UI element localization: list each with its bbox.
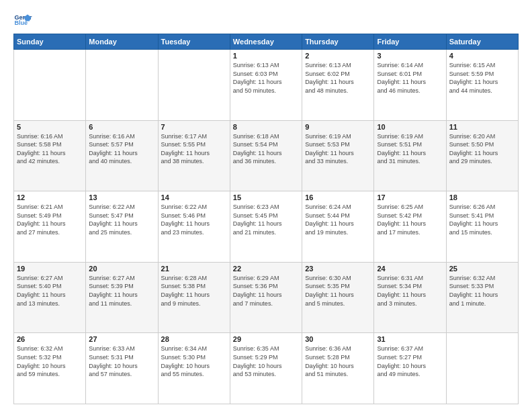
calendar-cell: 1Sunrise: 6:13 AM Sunset: 6:03 PM Daylig… bbox=[230, 50, 302, 121]
day-info: Sunrise: 6:20 AM Sunset: 5:50 PM Dayligh… bbox=[449, 132, 515, 166]
day-info: Sunrise: 6:28 AM Sunset: 5:38 PM Dayligh… bbox=[161, 274, 227, 308]
calendar-cell bbox=[14, 50, 86, 121]
day-number: 7 bbox=[161, 123, 227, 131]
day-info: Sunrise: 6:13 AM Sunset: 6:03 PM Dayligh… bbox=[233, 61, 299, 95]
day-number: 14 bbox=[161, 193, 227, 201]
day-info: Sunrise: 6:27 AM Sunset: 5:40 PM Dayligh… bbox=[17, 274, 83, 308]
calendar-cell bbox=[158, 50, 230, 121]
calendar-cell: 20Sunrise: 6:27 AM Sunset: 5:39 PM Dayli… bbox=[86, 262, 158, 333]
calendar-cell: 8Sunrise: 6:18 AM Sunset: 5:54 PM Daylig… bbox=[230, 120, 302, 191]
day-info: Sunrise: 6:23 AM Sunset: 5:45 PM Dayligh… bbox=[233, 203, 299, 236]
day-info: Sunrise: 6:19 AM Sunset: 5:51 PM Dayligh… bbox=[377, 132, 443, 166]
calendar-cell: 13Sunrise: 6:22 AM Sunset: 5:47 PM Dayli… bbox=[86, 191, 158, 263]
calendar-cell: 28Sunrise: 6:34 AM Sunset: 5:30 PM Dayli… bbox=[158, 333, 230, 404]
calendar-cell: 22Sunrise: 6:29 AM Sunset: 5:36 PM Dayli… bbox=[230, 262, 302, 333]
day-number: 12 bbox=[17, 193, 83, 201]
calendar-cell: 26Sunrise: 6:32 AM Sunset: 5:32 PM Dayli… bbox=[14, 333, 86, 404]
calendar-cell: 16Sunrise: 6:24 AM Sunset: 5:44 PM Dayli… bbox=[302, 191, 374, 263]
day-info: Sunrise: 6:32 AM Sunset: 5:32 PM Dayligh… bbox=[17, 345, 83, 378]
calendar-cell: 29Sunrise: 6:35 AM Sunset: 5:29 PM Dayli… bbox=[230, 333, 302, 404]
day-info: Sunrise: 6:36 AM Sunset: 5:28 PM Dayligh… bbox=[305, 345, 371, 378]
day-header-tuesday: Tuesday bbox=[158, 34, 230, 50]
day-info: Sunrise: 6:33 AM Sunset: 5:31 PM Dayligh… bbox=[89, 345, 154, 378]
calendar-cell: 9Sunrise: 6:19 AM Sunset: 5:53 PM Daylig… bbox=[302, 120, 374, 191]
calendar-cell: 17Sunrise: 6:25 AM Sunset: 5:42 PM Dayli… bbox=[374, 191, 446, 263]
day-number: 29 bbox=[233, 335, 299, 343]
day-info: Sunrise: 6:13 AM Sunset: 6:02 PM Dayligh… bbox=[305, 61, 371, 95]
day-info: Sunrise: 6:27 AM Sunset: 5:39 PM Dayligh… bbox=[89, 274, 154, 308]
day-number: 25 bbox=[449, 265, 515, 273]
day-number: 5 bbox=[17, 123, 83, 131]
calendar-cell: 18Sunrise: 6:26 AM Sunset: 5:41 PM Dayli… bbox=[446, 191, 518, 263]
day-info: Sunrise: 6:29 AM Sunset: 5:36 PM Dayligh… bbox=[233, 274, 299, 308]
calendar-cell: 7Sunrise: 6:17 AM Sunset: 5:55 PM Daylig… bbox=[158, 120, 230, 191]
logo: General Blue bbox=[13, 11, 35, 30]
day-info: Sunrise: 6:35 AM Sunset: 5:29 PM Dayligh… bbox=[233, 345, 299, 378]
day-number: 22 bbox=[233, 265, 299, 273]
calendar-cell: 23Sunrise: 6:30 AM Sunset: 5:35 PM Dayli… bbox=[302, 262, 374, 333]
calendar-table: SundayMondayTuesdayWednesdayThursdayFrid… bbox=[13, 34, 519, 404]
day-number: 16 bbox=[305, 193, 371, 201]
day-number: 20 bbox=[89, 265, 154, 273]
day-info: Sunrise: 6:37 AM Sunset: 5:27 PM Dayligh… bbox=[377, 345, 443, 378]
calendar-cell: 5Sunrise: 6:16 AM Sunset: 5:58 PM Daylig… bbox=[14, 120, 86, 191]
day-number: 17 bbox=[377, 193, 443, 201]
calendar-cell: 27Sunrise: 6:33 AM Sunset: 5:31 PM Dayli… bbox=[86, 333, 158, 404]
day-info: Sunrise: 6:30 AM Sunset: 5:35 PM Dayligh… bbox=[305, 274, 371, 308]
day-info: Sunrise: 6:26 AM Sunset: 5:41 PM Dayligh… bbox=[449, 203, 515, 236]
calendar-cell bbox=[446, 333, 518, 404]
day-header-monday: Monday bbox=[86, 34, 158, 50]
day-number: 19 bbox=[17, 265, 83, 273]
day-number: 15 bbox=[233, 193, 299, 201]
calendar-cell: 3Sunrise: 6:14 AM Sunset: 6:01 PM Daylig… bbox=[374, 50, 446, 121]
day-info: Sunrise: 6:25 AM Sunset: 5:42 PM Dayligh… bbox=[377, 203, 443, 236]
day-header-saturday: Saturday bbox=[446, 34, 518, 50]
calendar-cell: 15Sunrise: 6:23 AM Sunset: 5:45 PM Dayli… bbox=[230, 191, 302, 263]
calendar-cell: 21Sunrise: 6:28 AM Sunset: 5:38 PM Dayli… bbox=[158, 262, 230, 333]
day-info: Sunrise: 6:24 AM Sunset: 5:44 PM Dayligh… bbox=[305, 203, 371, 236]
calendar-cell: 30Sunrise: 6:36 AM Sunset: 5:28 PM Dayli… bbox=[302, 333, 374, 404]
day-info: Sunrise: 6:34 AM Sunset: 5:30 PM Dayligh… bbox=[161, 345, 227, 378]
calendar-cell bbox=[86, 50, 158, 121]
day-info: Sunrise: 6:19 AM Sunset: 5:53 PM Dayligh… bbox=[305, 132, 371, 166]
calendar-cell: 14Sunrise: 6:22 AM Sunset: 5:46 PM Dayli… bbox=[158, 191, 230, 263]
calendar-cell: 11Sunrise: 6:20 AM Sunset: 5:50 PM Dayli… bbox=[446, 120, 518, 191]
day-number: 10 bbox=[377, 123, 443, 131]
day-number: 24 bbox=[377, 265, 443, 273]
day-header-wednesday: Wednesday bbox=[230, 34, 302, 50]
day-number: 2 bbox=[305, 52, 371, 60]
day-header-sunday: Sunday bbox=[14, 34, 86, 50]
day-info: Sunrise: 6:17 AM Sunset: 5:55 PM Dayligh… bbox=[161, 132, 227, 166]
day-header-thursday: Thursday bbox=[302, 34, 374, 50]
day-info: Sunrise: 6:31 AM Sunset: 5:34 PM Dayligh… bbox=[377, 274, 443, 308]
day-info: Sunrise: 6:21 AM Sunset: 5:49 PM Dayligh… bbox=[17, 203, 83, 236]
calendar-cell: 25Sunrise: 6:32 AM Sunset: 5:33 PM Dayli… bbox=[446, 262, 518, 333]
day-number: 30 bbox=[305, 335, 371, 343]
day-info: Sunrise: 6:16 AM Sunset: 5:57 PM Dayligh… bbox=[89, 132, 154, 166]
day-info: Sunrise: 6:15 AM Sunset: 5:59 PM Dayligh… bbox=[449, 61, 515, 95]
day-number: 1 bbox=[233, 52, 299, 60]
day-number: 21 bbox=[161, 265, 227, 273]
day-info: Sunrise: 6:16 AM Sunset: 5:58 PM Dayligh… bbox=[17, 132, 83, 166]
day-number: 3 bbox=[377, 52, 443, 60]
day-number: 8 bbox=[233, 123, 299, 131]
day-info: Sunrise: 6:14 AM Sunset: 6:01 PM Dayligh… bbox=[377, 61, 443, 95]
day-number: 4 bbox=[449, 52, 515, 60]
day-info: Sunrise: 6:22 AM Sunset: 5:46 PM Dayligh… bbox=[161, 203, 227, 236]
day-number: 11 bbox=[449, 123, 515, 131]
day-number: 26 bbox=[17, 335, 83, 343]
calendar-cell: 24Sunrise: 6:31 AM Sunset: 5:34 PM Dayli… bbox=[374, 262, 446, 333]
day-number: 27 bbox=[89, 335, 154, 343]
day-number: 23 bbox=[305, 265, 371, 273]
calendar-cell: 19Sunrise: 6:27 AM Sunset: 5:40 PM Dayli… bbox=[14, 262, 86, 333]
calendar-cell: 31Sunrise: 6:37 AM Sunset: 5:27 PM Dayli… bbox=[374, 333, 446, 404]
calendar-cell: 2Sunrise: 6:13 AM Sunset: 6:02 PM Daylig… bbox=[302, 50, 374, 121]
calendar-cell: 12Sunrise: 6:21 AM Sunset: 5:49 PM Dayli… bbox=[14, 191, 86, 263]
calendar-cell: 10Sunrise: 6:19 AM Sunset: 5:51 PM Dayli… bbox=[374, 120, 446, 191]
day-number: 9 bbox=[305, 123, 371, 131]
day-number: 18 bbox=[449, 193, 515, 201]
day-number: 31 bbox=[377, 335, 443, 343]
day-number: 13 bbox=[89, 193, 154, 201]
day-info: Sunrise: 6:22 AM Sunset: 5:47 PM Dayligh… bbox=[89, 203, 154, 236]
day-header-friday: Friday bbox=[374, 34, 446, 50]
